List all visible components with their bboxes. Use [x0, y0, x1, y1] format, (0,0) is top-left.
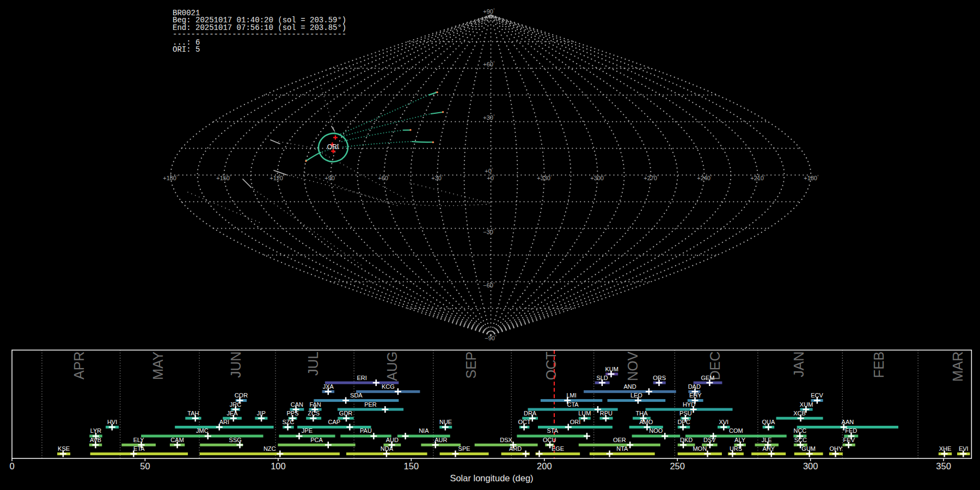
- svg-text:AMO: AMO: [639, 419, 653, 425]
- svg-text:LYR: LYR: [90, 427, 102, 434]
- svg-text:AND: AND: [623, 383, 636, 390]
- svg-text:MAY: MAY: [150, 351, 166, 380]
- svg-text:STA: STA: [547, 427, 558, 434]
- svg-text:SSG: SSG: [229, 437, 242, 443]
- svg-text:SLD: SLD: [596, 375, 608, 381]
- svg-text:LEO: LEO: [630, 392, 642, 399]
- svg-text:FEV: FEV: [843, 437, 855, 443]
- svg-text:XHE: XHE: [939, 445, 952, 452]
- svg-text:RPU: RPU: [600, 410, 612, 416]
- svg-text:COM: COM: [729, 427, 743, 434]
- svg-text:ERI: ERI: [357, 375, 366, 381]
- svg-text:PSU: PSU: [679, 410, 692, 416]
- svg-text:−30°: −30°: [483, 229, 495, 235]
- svg-text:TAH: TAH: [187, 410, 199, 416]
- svg-text:CAN: CAN: [291, 401, 303, 408]
- svg-text:COR: COR: [235, 392, 248, 399]
- svg-text:EGE: EGE: [552, 445, 564, 452]
- svg-text:50: 50: [140, 461, 150, 471]
- svg-text:THA: THA: [636, 410, 648, 416]
- svg-text:NUE: NUE: [439, 419, 452, 425]
- svg-text:PCA: PCA: [310, 437, 323, 443]
- svg-text:CAP: CAP: [328, 419, 340, 425]
- svg-text:ARI: ARI: [219, 419, 229, 425]
- svg-text:+300°: +300°: [590, 175, 605, 181]
- svg-text:QUA: QUA: [762, 419, 775, 425]
- svg-text:LMI: LMI: [566, 392, 576, 399]
- svg-text:DRA: DRA: [524, 410, 537, 416]
- svg-text:XVI: XVI: [719, 419, 728, 425]
- svg-text:SPE: SPE: [458, 445, 470, 452]
- svg-text:JLE: JLE: [762, 437, 772, 443]
- svg-text:+60°: +60°: [483, 61, 495, 68]
- svg-text:+90°: +90°: [324, 175, 336, 181]
- svg-text:NOO: NOO: [649, 427, 663, 434]
- svg-text:250: 250: [670, 461, 685, 471]
- svg-text:KCG: KCG: [382, 383, 395, 390]
- svg-text:PAU: PAU: [360, 427, 372, 434]
- svg-text:ETA: ETA: [133, 445, 145, 452]
- svg-text:EHY: EHY: [689, 392, 702, 399]
- svg-text:DKD: DKD: [680, 437, 693, 443]
- svg-text:NDA: NDA: [381, 445, 394, 452]
- svg-text:PPS: PPS: [286, 410, 298, 416]
- svg-text:ZCS: ZCS: [308, 410, 320, 416]
- svg-text:XCB: XCB: [793, 410, 806, 416]
- svg-text:MON: MON: [693, 445, 707, 452]
- svg-text:OCT: OCT: [543, 352, 559, 381]
- svg-text:−60°: −60°: [483, 282, 495, 289]
- svg-text:JRC: JRC: [230, 401, 241, 408]
- svg-text:−90°: −90°: [485, 335, 497, 341]
- svg-text:AUD: AUD: [386, 437, 399, 443]
- svg-text:OCU: OCU: [543, 437, 556, 443]
- svg-text:MAR: MAR: [950, 352, 965, 382]
- svg-text:NIA: NIA: [419, 427, 429, 434]
- svg-text:URS: URS: [730, 445, 742, 452]
- svg-text:NTA: NTA: [616, 445, 628, 452]
- svg-text:200: 200: [537, 461, 552, 471]
- svg-text:AUR: AUR: [434, 437, 447, 443]
- svg-text:+180°: +180°: [804, 175, 819, 181]
- svg-text:DPC: DPC: [677, 419, 690, 425]
- svg-text:+30°: +30°: [431, 175, 443, 181]
- svg-text:AUG: AUG: [384, 352, 400, 381]
- svg-text:SDA: SDA: [350, 392, 363, 399]
- svg-text:APR: APR: [71, 352, 87, 379]
- svg-text:ORI: ORI: [327, 143, 339, 151]
- svg-text:FAN: FAN: [309, 401, 321, 408]
- svg-text:+240°: +240°: [697, 175, 712, 181]
- svg-text:AVB: AVB: [90, 437, 101, 443]
- svg-text:LUM: LUM: [578, 410, 591, 416]
- svg-text:XUM: XUM: [800, 401, 813, 408]
- svg-text:ARD: ARD: [509, 445, 522, 452]
- svg-text:300: 300: [803, 461, 818, 471]
- svg-text:OCT: OCT: [518, 419, 531, 425]
- svg-text:KUM: KUM: [605, 366, 618, 372]
- svg-text:JUN: JUN: [228, 352, 243, 378]
- svg-text:AHY: AHY: [762, 445, 775, 452]
- svg-text:NOV: NOV: [625, 351, 640, 381]
- svg-text:AAN: AAN: [842, 419, 854, 425]
- svg-text:JUL: JUL: [305, 351, 321, 376]
- svg-text:NCC: NCC: [793, 427, 806, 434]
- svg-text:GDR: GDR: [339, 410, 353, 416]
- svg-text:ALY: ALY: [734, 437, 746, 443]
- svg-text:+60°: +60°: [378, 175, 390, 181]
- svg-text:JMC: JMC: [196, 427, 209, 434]
- svg-text:+330°: +330°: [537, 175, 552, 181]
- svg-text:KSE: KSE: [58, 445, 70, 452]
- svg-text:ORI: 5: ORI: 5: [173, 45, 200, 54]
- svg-text:GUM: GUM: [801, 445, 816, 452]
- svg-text:DSV: DSV: [703, 437, 716, 443]
- svg-text:FED: FED: [845, 427, 857, 434]
- svg-text:OHY: OHY: [829, 445, 843, 452]
- svg-text:+180°: +180°: [163, 175, 178, 181]
- svg-text:+210°: +210°: [750, 175, 765, 181]
- svg-text:ORS: ORS: [653, 375, 666, 381]
- svg-text:100: 100: [271, 461, 286, 471]
- svg-text:CAM: CAM: [170, 437, 183, 443]
- svg-text:JIP: JIP: [257, 410, 266, 416]
- svg-text:JPE: JPE: [302, 427, 313, 434]
- svg-text:350: 350: [936, 461, 951, 471]
- svg-text:OER: OER: [613, 437, 626, 443]
